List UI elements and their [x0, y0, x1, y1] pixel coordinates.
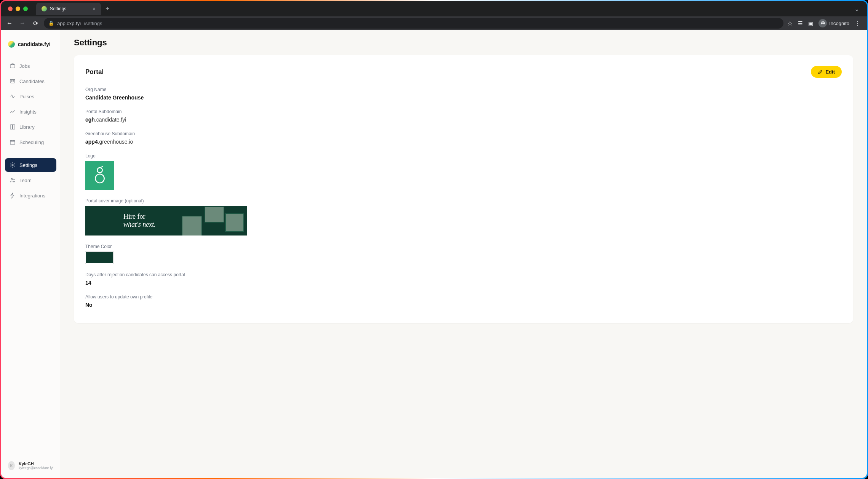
greenhouse-subdomain-label: Greenhouse Subdomain [85, 131, 842, 136]
portal-subdomain-value: cgh.candidate.fyi [85, 117, 842, 123]
brand-name: candidate.fyi [18, 41, 51, 47]
sidebar-nav: Jobs Candidates Pulses Insights [5, 59, 56, 202]
cover-photo-icon [182, 216, 202, 235]
edit-button[interactable]: Edit [811, 66, 842, 78]
window-controls [4, 6, 32, 11]
portal-section-title: Portal [85, 68, 104, 76]
cover-label: Portal cover image (optional) [85, 198, 842, 203]
incognito-icon: 🕶 [818, 19, 827, 27]
greenhouse-subdomain-value: app4.greenhouse.io [85, 139, 842, 145]
address-bar: ← → ⟳ 🔒 app.cxp.fyi/settings ☆ ☰ ▣ 🕶 Inc… [1, 16, 867, 30]
bolt-icon [10, 192, 16, 199]
users-icon [10, 177, 16, 183]
lock-icon: 🔒 [48, 21, 54, 26]
id-card-icon [10, 78, 16, 84]
cover-text: Hire for what's next. [85, 213, 156, 228]
tab-strip: Settings × + ⌄ [1, 1, 867, 16]
panel-icon[interactable]: ▣ [808, 20, 813, 26]
tab-overflow-chevron-icon[interactable]: ⌄ [850, 5, 864, 13]
allow-update-value: No [85, 302, 842, 308]
pulse-icon [10, 93, 16, 99]
traffic-light-maximize[interactable] [23, 6, 28, 11]
theme-color-swatch [85, 252, 113, 264]
sidebar-item-integrations[interactable]: Integrations [5, 189, 56, 202]
book-icon [10, 124, 16, 130]
allow-update-label: Allow users to update own profile [85, 294, 842, 300]
days-label: Days after rejection candidates can acce… [85, 272, 842, 277]
sidebar-item-label: Library [19, 124, 35, 130]
sidebar-item-label: Candidates [19, 78, 45, 84]
browser-menu-icon[interactable]: ⋮ [855, 20, 861, 27]
sidebar-item-settings[interactable]: Settings [5, 158, 56, 172]
svg-point-2 [11, 80, 13, 82]
user-email: kyle+gh@candidate.fyi [19, 466, 53, 470]
nav-back-icon[interactable]: ← [5, 19, 14, 28]
sidebar-user[interactable]: K KyleGH kyle+gh@candidate.fyi [5, 458, 56, 473]
org-name-value: Candidate Greenhouse [85, 95, 842, 101]
sidebar-item-label: Pulses [19, 94, 34, 99]
avatar: K [8, 461, 15, 470]
incognito-badge[interactable]: 🕶 Incognito [818, 19, 849, 27]
edit-icon [818, 69, 823, 75]
logo-preview [85, 161, 114, 190]
sidebar-item-library[interactable]: Library [5, 120, 56, 134]
greenhouse-logo-icon [93, 166, 106, 185]
svg-rect-1 [10, 79, 15, 83]
tab-favicon-icon [42, 6, 47, 11]
new-tab-button[interactable]: + [101, 5, 114, 13]
bookmark-icon[interactable]: ☆ [787, 20, 793, 27]
brand-logo-icon [8, 41, 15, 48]
tab-close-icon[interactable]: × [93, 6, 96, 12]
sidebar-item-label: Insights [19, 109, 37, 115]
svg-point-5 [11, 178, 13, 180]
page-title: Settings [74, 38, 853, 48]
main-content: Settings Portal Edit Org Name Candidate … [60, 30, 867, 478]
sidebar-item-team[interactable]: Team [5, 173, 56, 187]
incognito-label: Incognito [829, 21, 849, 26]
calendar-icon [10, 139, 16, 145]
portal-card: Portal Edit Org Name Candidate Greenhous… [74, 55, 853, 323]
url-host: app.cxp.fyi [57, 21, 81, 26]
sidebar-item-label: Scheduling [19, 139, 44, 145]
sidebar: candidate.fyi Jobs Candidates Pulses [1, 30, 60, 478]
sidebar-item-jobs[interactable]: Jobs [5, 59, 56, 73]
url-input[interactable]: 🔒 app.cxp.fyi/settings [44, 18, 783, 29]
traffic-light-close[interactable] [8, 6, 13, 11]
gear-icon [10, 162, 16, 168]
edit-button-label: Edit [825, 69, 835, 75]
sidebar-item-scheduling[interactable]: Scheduling [5, 135, 56, 149]
tab-title: Settings [50, 6, 66, 11]
browser-window: Settings × + ⌄ ← → ⟳ 🔒 app.cxp.fyi/setti… [1, 1, 867, 478]
theme-color-label: Theme Color [85, 244, 842, 249]
svg-rect-0 [10, 65, 15, 68]
chart-icon [10, 109, 16, 115]
user-name: KyleGH [19, 461, 53, 466]
cover-photo-icon [205, 207, 224, 223]
cover-photo-icon [225, 213, 244, 232]
sidebar-item-candidates[interactable]: Candidates [5, 74, 56, 88]
org-name-label: Org Name [85, 87, 842, 92]
svg-rect-3 [10, 140, 15, 144]
cover-preview: Hire for what's next. [85, 206, 247, 235]
svg-point-6 [13, 179, 14, 180]
svg-point-4 [12, 164, 13, 166]
briefcase-icon [10, 63, 16, 69]
traffic-light-minimize[interactable] [16, 6, 20, 11]
svg-point-7 [97, 168, 102, 173]
sidebar-item-insights[interactable]: Insights [5, 105, 56, 119]
nav-reload-icon[interactable]: ⟳ [31, 19, 40, 28]
reading-list-icon[interactable]: ☰ [798, 20, 803, 26]
svg-point-8 [95, 174, 104, 183]
sidebar-item-label: Jobs [19, 63, 30, 69]
sidebar-item-label: Settings [19, 162, 37, 168]
brand[interactable]: candidate.fyi [5, 41, 56, 59]
logo-label: Logo [85, 153, 842, 159]
sidebar-item-pulses[interactable]: Pulses [5, 90, 56, 103]
browser-tab[interactable]: Settings × [36, 3, 101, 15]
nav-forward-icon: → [18, 19, 27, 28]
days-value: 14 [85, 280, 842, 286]
url-path: /settings [84, 21, 102, 26]
sidebar-item-label: Team [19, 178, 32, 183]
sidebar-item-label: Integrations [19, 193, 45, 199]
portal-subdomain-label: Portal Subdomain [85, 109, 842, 114]
